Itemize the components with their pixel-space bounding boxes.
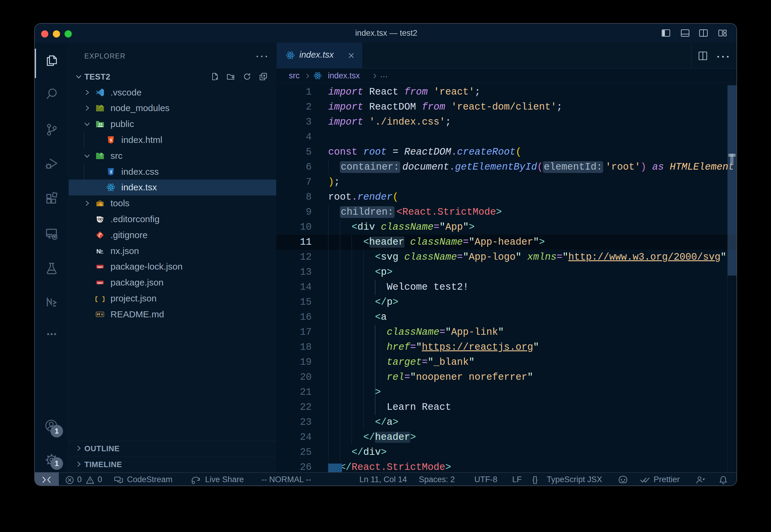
svg-text:3: 3 xyxy=(110,170,112,174)
svg-text:JS: JS xyxy=(100,107,103,109)
svg-text:{ }: { } xyxy=(95,296,104,303)
svg-text:5: 5 xyxy=(110,138,112,142)
svg-text:npm: npm xyxy=(97,265,103,268)
svg-text:N: N xyxy=(96,248,101,255)
svg-text:</>: </> xyxy=(99,154,104,157)
svg-text:npm: npm xyxy=(97,281,103,284)
